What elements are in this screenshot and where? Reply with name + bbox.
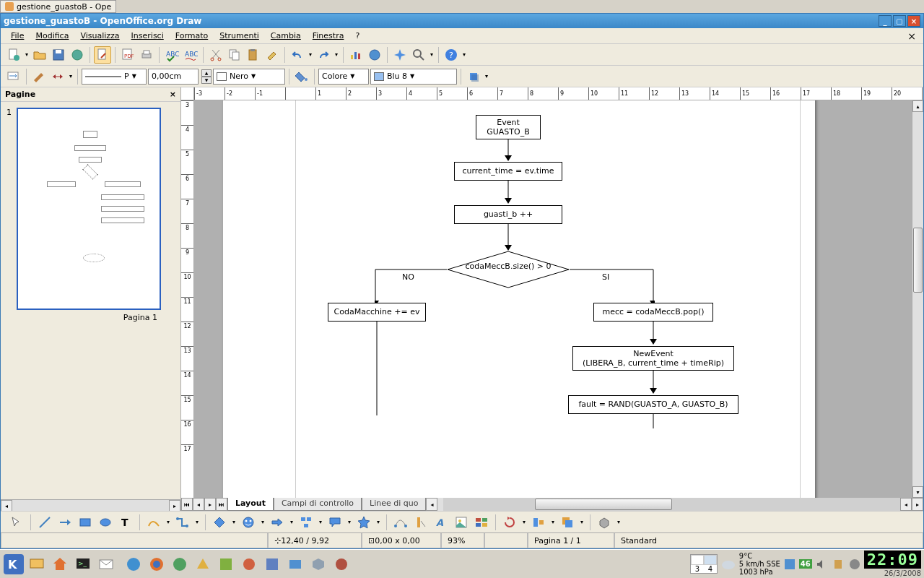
sheet-tab-layout[interactable]: Layout [227, 498, 274, 511]
scroll-left-icon[interactable]: ◂ [1, 500, 12, 511]
home-icon[interactable] [49, 553, 71, 575]
print-button[interactable] [138, 46, 155, 64]
navigator-button[interactable] [391, 46, 409, 64]
arrange-dropdown[interactable]: ▾ [579, 514, 585, 531]
ruler-vertical[interactable]: 34567891011121314151617 [181, 100, 194, 498]
sheet-tab-linee[interactable]: Linee di quo [362, 498, 426, 511]
flow-node-pop[interactable]: mecc = codaMeccB.pop() [593, 303, 713, 322]
ellipse-tool[interactable] [97, 514, 114, 531]
tray-icon-1[interactable] [783, 553, 797, 575]
close-document-button[interactable]: × [905, 30, 919, 42]
drawing-page[interactable]: Event GUASTO_B current_time = ev.time gu… [223, 100, 815, 498]
line-width-spinner[interactable]: ▲▼ [201, 69, 212, 84]
line-color-combo[interactable]: Nero ▼ [213, 69, 285, 85]
vscroll-thumb[interactable] [913, 228, 923, 293]
menu-visualizza[interactable]: Visualizza [74, 30, 125, 42]
titlebar[interactable]: gestione_guastoB - OpenOffice.org Draw _… [1, 14, 923, 28]
menu-file[interactable]: File [5, 30, 30, 42]
canvas-vscroll[interactable]: ▴ ▾ [912, 100, 923, 498]
kmenu-icon[interactable]: K [3, 553, 25, 575]
app-icon-6[interactable] [284, 553, 306, 575]
sheet-tab-campi[interactable]: Campi di controllo [274, 498, 362, 511]
block-arrows-dropdown[interactable]: ▾ [289, 514, 295, 531]
stars-tool[interactable] [355, 514, 372, 531]
flowchart-shapes-dropdown[interactable]: ▾ [318, 514, 323, 531]
flow-node-assign-time[interactable]: current_time = ev.time [454, 162, 562, 181]
tab-split-handle[interactable]: ◂ [426, 498, 437, 511]
flow-node-increment[interactable]: guasti_b ++ [454, 205, 562, 224]
kontact-icon[interactable] [95, 553, 117, 575]
line-tool[interactable] [36, 514, 53, 531]
save-button[interactable] [50, 46, 67, 64]
browser-icon[interactable] [123, 553, 144, 575]
app-icon-1[interactable] [169, 553, 191, 575]
line-width-field[interactable]: 0,00cm [148, 69, 199, 85]
toolbar-overflow-arrow[interactable]: ▾ [461, 46, 467, 64]
pages-panel-hscroll[interactable]: ◂ ▸ [1, 499, 180, 511]
pager[interactable]: 34 [690, 554, 718, 574]
new-button[interactable] [5, 46, 22, 64]
block-arrows-tool[interactable] [269, 514, 286, 531]
spellcheck-auto-button[interactable]: ABC [163, 46, 180, 64]
extrusion-tool[interactable] [596, 514, 613, 531]
ruler-horizontal[interactable]: -3-2-11234567891011121314151617181920212… [181, 87, 923, 100]
from-file-tool[interactable] [453, 514, 470, 531]
spellcheck-button[interactable]: ABC [182, 46, 199, 64]
tab-nav-first-icon[interactable]: ⏮ [181, 498, 193, 511]
konsole-icon[interactable]: >_ [72, 553, 94, 575]
menu-modifica[interactable]: Modifica [30, 30, 74, 42]
fill-color-combo[interactable]: Blu 8 ▼ [370, 69, 457, 85]
connector-tool[interactable] [174, 514, 191, 531]
help-button[interactable]: ? [443, 46, 460, 64]
redo-button[interactable] [315, 46, 332, 64]
flow-node-rand[interactable]: fault = RAND(GUASTO_A, GUASTO_B) [568, 395, 738, 414]
rotate-tool[interactable] [501, 514, 518, 531]
edit-button[interactable] [94, 46, 111, 64]
toolbar2-overflow-arrow[interactable]: ▾ [484, 68, 489, 85]
tab-nav-next-icon[interactable]: ▸ [204, 498, 216, 511]
pages-panel-close-icon[interactable]: × [170, 90, 176, 99]
menu-strumenti[interactable]: Strumenti [214, 30, 265, 42]
system-clock[interactable]: 22:09 [864, 551, 921, 569]
arrow-ends-button[interactable] [49, 68, 66, 85]
desktop-icon[interactable] [26, 553, 48, 575]
fill-bucket-button[interactable] [293, 68, 310, 85]
menu-inserisci[interactable]: Inserisci [126, 30, 170, 42]
redo-dropdown-arrow[interactable]: ▾ [334, 46, 339, 64]
scroll-down-icon[interactable]: ▾ [912, 486, 923, 498]
app-icon-2[interactable] [192, 553, 214, 575]
menu-cambia[interactable]: Cambia [265, 30, 307, 42]
menu-finestra[interactable]: Finestra [307, 30, 350, 42]
volume-icon[interactable] [814, 553, 829, 575]
arrow-ends-dropdown[interactable]: ▾ [68, 68, 74, 85]
fontwork-tool[interactable]: A [432, 514, 450, 531]
fill-mode-combo[interactable]: Colore ▼ [318, 69, 369, 85]
tab-nav-last-icon[interactable]: ⏭ [216, 498, 227, 511]
page-thumbnail[interactable] [17, 108, 161, 310]
arrow-style-button[interactable] [5, 68, 22, 85]
curve-tool[interactable] [145, 514, 162, 531]
cut-button[interactable] [207, 46, 225, 64]
canvas-hscroll[interactable] [443, 498, 900, 511]
undo-dropdown-arrow[interactable]: ▾ [308, 46, 313, 64]
weather-icon[interactable] [720, 553, 737, 575]
email-button[interactable] [69, 46, 86, 64]
app-icon-5[interactable] [261, 553, 283, 575]
basic-shapes-tool[interactable] [211, 514, 228, 531]
pdf-export-button[interactable]: PDF [119, 46, 136, 64]
arrange-tool[interactable] [559, 514, 576, 531]
app-icon-3[interactable] [215, 553, 237, 575]
scroll-up-icon[interactable]: ▴ [912, 100, 923, 112]
tray-icon-2[interactable] [847, 553, 862, 575]
zoom-dropdown-arrow[interactable]: ▾ [429, 46, 435, 64]
gluepoint-tool[interactable] [412, 514, 430, 531]
shadow-button[interactable] [465, 68, 482, 85]
copy-button[interactable] [226, 46, 243, 64]
app-icon-8[interactable] [331, 553, 352, 575]
status-zoom[interactable]: 93% [441, 533, 484, 548]
flow-node-newevent[interactable]: NewEvent (LIBERA_B, current_time + timeR… [572, 346, 734, 371]
maximize-button[interactable]: ▢ [893, 15, 906, 27]
edit-points-tool[interactable] [392, 514, 409, 531]
drawing-toolbar-overflow[interactable]: ▾ [616, 514, 622, 531]
new-dropdown-arrow[interactable]: ▾ [24, 46, 30, 64]
